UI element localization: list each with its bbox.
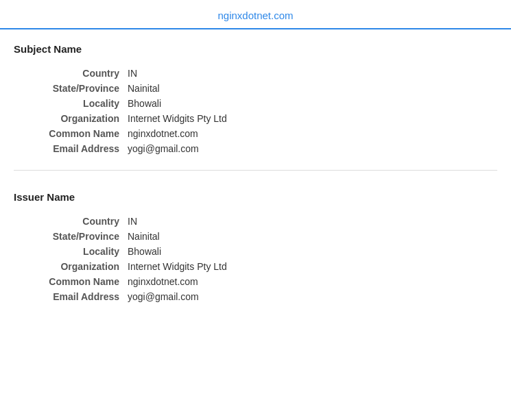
subject-table: Country IN State/Province Nainital Local… [14, 66, 497, 156]
table-row: Email Address yogi@gmail.com [14, 289, 497, 304]
table-row: Common Name nginxdotnet.com [14, 126, 497, 141]
issuer-section: Issuer Name Country IN State/Province Na… [0, 177, 511, 311]
table-row: Country IN [14, 66, 497, 81]
field-label: Email Address [14, 289, 123, 304]
field-value: Bhowali [123, 96, 497, 111]
section-divider [14, 170, 497, 171]
field-value: nginxdotnet.com [123, 274, 497, 289]
page-header: nginxdotnet.com [0, 0, 511, 29]
field-label: Locality [14, 244, 123, 259]
subject-title: Subject Name [14, 43, 497, 55]
field-value: IN [123, 66, 497, 81]
table-row: Email Address yogi@gmail.com [14, 141, 497, 156]
field-value: Nainital [123, 229, 497, 244]
field-label: State/Province [14, 81, 123, 96]
table-row: Organization Internet Widgits Pty Ltd [14, 111, 497, 126]
table-row: Common Name nginxdotnet.com [14, 274, 497, 289]
issuer-table: Country IN State/Province Nainital Local… [14, 214, 497, 304]
field-label: Country [14, 214, 123, 229]
field-value: Internet Widgits Pty Ltd [123, 111, 497, 126]
field-value: Nainital [123, 81, 497, 96]
field-label: Common Name [14, 274, 123, 289]
field-label: State/Province [14, 229, 123, 244]
field-value: yogi@gmail.com [123, 141, 497, 156]
field-value: Bhowali [123, 244, 497, 259]
issuer-title: Issuer Name [14, 191, 497, 203]
field-value: IN [123, 214, 497, 229]
table-row: State/Province Nainital [14, 81, 497, 96]
subject-section: Subject Name Country IN State/Province N… [0, 29, 511, 163]
field-label: Organization [14, 111, 123, 126]
domain-link[interactable]: nginxdotnet.com [217, 10, 293, 21]
table-row: Country IN [14, 214, 497, 229]
field-label: Email Address [14, 141, 123, 156]
field-label: Country [14, 66, 123, 81]
field-value: yogi@gmail.com [123, 289, 497, 304]
table-row: Organization Internet Widgits Pty Ltd [14, 259, 497, 274]
field-label: Organization [14, 259, 123, 274]
table-row: State/Province Nainital [14, 229, 497, 244]
table-row: Locality Bhowali [14, 244, 497, 259]
table-row: Locality Bhowali [14, 96, 497, 111]
field-label: Locality [14, 96, 123, 111]
field-value: Internet Widgits Pty Ltd [123, 259, 497, 274]
field-value: nginxdotnet.com [123, 126, 497, 141]
field-label: Common Name [14, 126, 123, 141]
